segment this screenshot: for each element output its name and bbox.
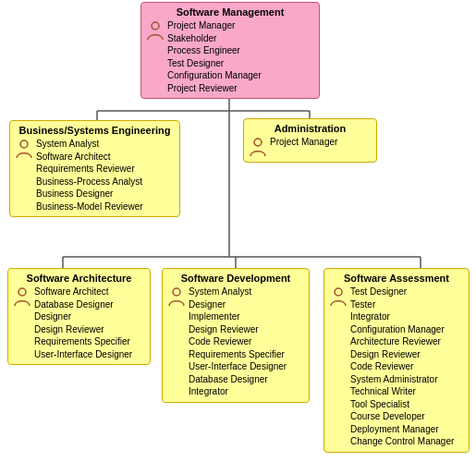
software-architecture-title: Software Architecture [14,273,144,284]
person-icon-3 [250,138,266,158]
software-development-roles: System Analyst Designer Implementer Desi… [189,286,287,398]
software-assessment-node: Software Assessment Test Designer Tester… [323,268,470,453]
svg-point-12 [18,288,26,296]
software-development-content: System Analyst Designer Implementer Desi… [168,286,303,398]
administration-title: Administration [250,123,371,134]
administration-node: Administration Project Manager [243,118,377,163]
person-icon-5 [168,287,185,308]
business-systems-node: Business/Systems Engineering System Anal… [9,120,180,217]
person-icon-2 [16,140,32,160]
business-systems-title: Business/Systems Engineering [16,125,174,136]
administration-roles: Project Manager [270,136,337,149]
svg-point-11 [254,139,262,146]
software-architecture-roles: Software Architect Database Designer Des… [34,286,132,360]
person-icon-4 [14,287,31,308]
software-architecture-content: Software Architect Database Designer Des… [14,286,144,360]
svg-point-9 [152,22,159,30]
administration-content: Project Manager [250,136,371,158]
software-management-title: Software Management [147,6,313,18]
svg-point-13 [173,288,180,296]
business-systems-roles: System Analyst Software Architect Requir… [36,138,143,213]
software-management-roles: Project Manager Stakeholder Process Engi… [167,19,262,94]
person-icon [147,21,164,42]
org-chart: Software Management Project Manager Stak… [0,0,476,462]
software-development-title: Software Development [168,273,303,284]
svg-point-10 [20,140,28,148]
software-assessment-title: Software Assessment [330,273,463,284]
software-assessment-roles: Test Designer Tester Integrator Configur… [350,286,454,448]
software-development-node: Software Development System Analyst Desi… [162,268,310,403]
business-systems-content: System Analyst Software Architect Requir… [16,138,174,213]
svg-point-14 [335,288,342,296]
software-architecture-node: Software Architecture Software Architect… [7,268,151,365]
person-icon-6 [330,287,347,308]
software-management-content: Project Manager Stakeholder Process Engi… [147,19,313,94]
software-management-node: Software Management Project Manager Stak… [140,2,320,99]
software-assessment-content: Test Designer Tester Integrator Configur… [330,286,463,448]
